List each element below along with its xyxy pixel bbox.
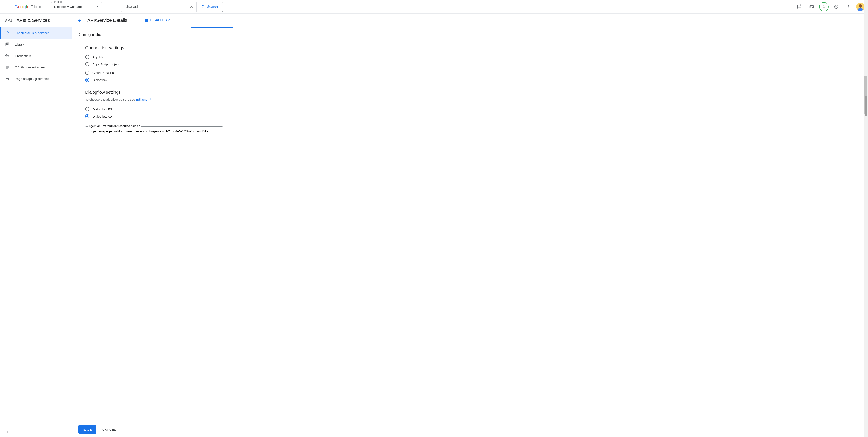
dialogflow-option-es[interactable]: Dialogflow ES — [85, 105, 868, 113]
header-right: 1 — [795, 2, 865, 11]
content-scroll[interactable]: Configuration Connection settings App UR… — [72, 27, 868, 422]
search-button-label: Search — [207, 5, 218, 9]
key-icon — [5, 54, 9, 58]
connection-option-dialogflow[interactable]: Dialogflow — [85, 76, 868, 84]
sidebar: API APIs & Services Enabled APIs & servi… — [0, 13, 72, 437]
save-button[interactable]: SAVE — [79, 425, 96, 434]
search-input[interactable] — [121, 2, 187, 12]
diamond-icon — [5, 31, 9, 35]
connection-option-pubsub[interactable]: Cloud Pub/Sub — [85, 69, 868, 76]
radio-icon — [85, 55, 90, 59]
sidebar-item-enabled-apis[interactable]: Enabled APIs & services — [0, 27, 72, 38]
feedback-icon[interactable] — [795, 2, 804, 11]
sidebar-item-library[interactable]: Library — [0, 38, 72, 50]
disable-api-button[interactable]: DISABLE API — [145, 19, 171, 22]
sidebar-title[interactable]: API APIs & Services — [0, 13, 72, 27]
more-icon[interactable] — [844, 2, 853, 11]
connection-radio-group: App URL Apps Script project Cloud Pub/Su… — [85, 54, 868, 84]
agent-resource-field: Agent or Environment resource name * — [85, 126, 223, 136]
notifications-badge[interactable]: 1 — [819, 2, 829, 11]
agent-resource-input[interactable] — [85, 126, 223, 136]
hint-pre: To choose a Dialogflow edition, see — [85, 98, 136, 101]
agreement-icon — [5, 76, 9, 81]
cloud-shell-icon[interactable] — [807, 2, 816, 11]
sidebar-item-label: OAuth consent screen — [15, 65, 46, 69]
radio-label: Cloud Pub/Sub — [92, 71, 114, 74]
section-configuration: Configuration — [72, 32, 868, 41]
connection-option-apps-script[interactable]: Apps Script project — [85, 61, 868, 68]
page-header: API/Service Details DISABLE API — [72, 13, 868, 27]
active-tab-indicator — [191, 27, 233, 28]
sidebar-item-label: Enabled APIs & services — [15, 31, 50, 35]
connection-settings-title: Connection settings — [85, 45, 868, 51]
sidebar-item-label: Page usage agreements — [15, 77, 50, 81]
svg-point-4 — [861, 5, 861, 6]
radio-label: Apps Script project — [92, 63, 119, 66]
bottom-bar: SAVE CANCEL — [72, 422, 868, 437]
dialogflow-radio-group: Dialogflow ES Dialogflow CX — [85, 105, 868, 120]
clear-search-icon[interactable] — [187, 2, 196, 12]
help-icon[interactable] — [832, 2, 841, 11]
radio-label: Dialogflow CX — [92, 115, 112, 118]
sidebar-item-label: Credentials — [15, 54, 31, 58]
library-icon — [5, 42, 9, 46]
sidebar-nav: Enabled APIs & services Library Credenti… — [0, 27, 72, 84]
project-picker[interactable]: Project Dialogflow Chat app — [51, 2, 102, 11]
sidebar-item-oauth[interactable]: OAuth consent screen — [0, 61, 72, 73]
radio-icon — [85, 107, 90, 111]
connection-option-app-url[interactable]: App URL — [85, 54, 868, 61]
editions-link[interactable]: Editions — [136, 98, 147, 101]
radio-label: Dialogflow — [92, 78, 107, 82]
dialogflow-hint: To choose a Dialogflow edition, see Edit… — [85, 98, 868, 101]
top-header: Google Cloud Project Dialogflow Chat app… — [0, 0, 868, 13]
sidebar-item-label: Library — [15, 42, 25, 46]
back-button[interactable] — [77, 18, 82, 23]
dialogflow-settings-title: Dialogflow settings — [85, 90, 868, 95]
stop-icon — [145, 19, 148, 22]
sidebar-item-credentials[interactable]: Credentials — [0, 50, 72, 61]
badge-count: 1 — [823, 5, 825, 9]
consent-icon — [5, 65, 9, 69]
page-title: API/Service Details — [87, 18, 127, 23]
arrow-left-icon — [77, 18, 82, 23]
search-box: Search — [121, 2, 223, 12]
sidebar-collapse[interactable] — [0, 427, 72, 437]
radio-icon — [85, 70, 90, 75]
scrollbar-thumb-inner[interactable] — [865, 96, 867, 116]
api-icon: API — [5, 18, 13, 23]
sidebar-title-text: APIs & Services — [17, 18, 50, 23]
search-icon — [201, 5, 206, 9]
radio-icon — [85, 62, 90, 66]
hint-post: . — [151, 98, 152, 101]
page-scrollbar[interactable] — [864, 0, 868, 437]
agent-resource-label: Agent or Environment resource name * — [88, 124, 141, 128]
search-button[interactable]: Search — [196, 2, 223, 12]
project-picker-value: Dialogflow Chat app — [54, 5, 83, 8]
avatar[interactable] — [856, 3, 865, 11]
radio-label: Dialogflow ES — [92, 107, 112, 111]
disable-api-label: DISABLE API — [150, 19, 171, 22]
dialogflow-option-cx[interactable]: Dialogflow CX — [85, 113, 868, 120]
project-picker-label: Project — [54, 0, 63, 3]
hamburger-menu-icon[interactable] — [3, 2, 13, 12]
logo-cloud-text: Cloud — [30, 4, 42, 9]
radio-label: App URL — [92, 55, 105, 59]
sidebar-item-page-usage[interactable]: Page usage agreements — [0, 73, 72, 84]
main: API/Service Details DISABLE API Configur… — [72, 13, 868, 437]
google-cloud-logo[interactable]: Google Cloud — [14, 4, 42, 9]
external-link-icon — [148, 98, 151, 101]
radio-icon — [85, 114, 90, 119]
svg-point-3 — [860, 5, 860, 6]
chevron-down-icon — [96, 5, 99, 8]
radio-icon — [85, 78, 90, 82]
collapse-icon — [5, 430, 9, 434]
cancel-button[interactable]: CANCEL — [102, 428, 116, 431]
